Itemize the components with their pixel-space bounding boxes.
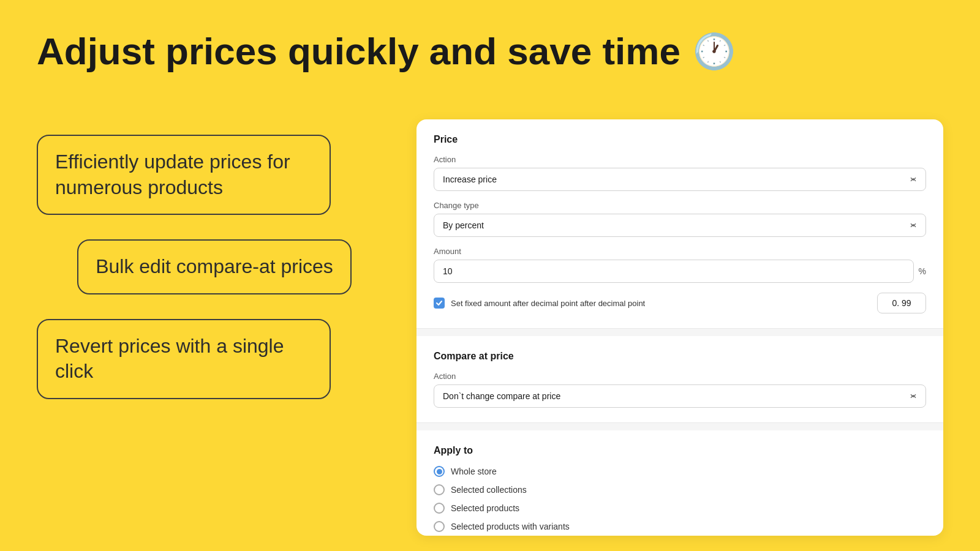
radio-selected-collections-label: Selected collections <box>451 485 527 495</box>
right-panel: Price Action Increase price Change type … <box>417 0 943 551</box>
feature-box-2: Bulk edit compare-at prices <box>77 239 352 294</box>
radio-whole-store-label: Whole store <box>451 467 497 476</box>
change-type-label: Change type <box>434 201 926 210</box>
compare-section-title: Compare at price <box>434 351 926 362</box>
amount-input[interactable] <box>434 260 914 283</box>
price-section: Price Action Increase price Change type … <box>417 119 943 329</box>
page-header: Adjust prices quickly and save time 🕐 <box>37 31 943 72</box>
amount-input-row: % <box>434 260 926 283</box>
feature-box-3: Revert prices with a single click <box>37 319 331 399</box>
feature-2-text: Bulk edit compare-at prices <box>96 255 333 277</box>
action-label: Action <box>434 155 926 164</box>
feature-1-text: Efficiently update prices for numerous p… <box>55 151 290 198</box>
radio-selected-collections-button[interactable] <box>434 484 445 495</box>
radio-selected-products-variants-label: Selected products with variants <box>451 522 570 531</box>
apply-radio-group: Whole store Selected collections Selecte… <box>434 466 926 532</box>
clock-icon: 🕐 <box>693 31 736 72</box>
compare-section: Compare at price Action Don`t change com… <box>417 336 943 423</box>
decimal-checkbox[interactable] <box>434 298 445 309</box>
radio-whole-store[interactable]: Whole store <box>434 466 926 477</box>
radio-selected-products-label: Selected products <box>451 503 519 513</box>
price-section-title: Price <box>434 134 926 145</box>
feature-box-1: Efficiently update prices for numerous p… <box>37 135 331 215</box>
action-select[interactable]: Increase price <box>434 168 926 191</box>
decimal-checkbox-row: Set fixed amount after decimal point aft… <box>434 293 926 313</box>
apply-section-title: Apply to <box>434 445 926 456</box>
action-field-group: Action Increase price <box>434 155 926 191</box>
compare-action-field-group: Action Don`t change compare at price <box>434 372 926 408</box>
compare-action-select[interactable]: Don`t change compare at price <box>434 384 926 408</box>
radio-selected-products-variants-button[interactable] <box>434 521 445 532</box>
radio-selected-products[interactable]: Selected products <box>434 503 926 514</box>
section-divider-2 <box>417 423 943 430</box>
decimal-value-input[interactable] <box>877 293 926 313</box>
amount-unit: % <box>919 266 926 276</box>
compare-action-label: Action <box>434 372 926 381</box>
feature-3-text: Revert prices with a single click <box>55 335 284 383</box>
radio-selected-products-variants[interactable]: Selected products with variants <box>434 521 926 532</box>
left-panel: Efficiently update prices for numerous p… <box>37 0 380 551</box>
change-type-field-group: Change type By percent <box>434 201 926 237</box>
decimal-checkbox-label: Set fixed amount after decimal point aft… <box>451 299 871 308</box>
amount-label: Amount <box>434 247 926 256</box>
radio-selected-products-button[interactable] <box>434 503 445 514</box>
amount-field-group: Amount % <box>434 247 926 283</box>
radio-whole-store-inner <box>437 469 442 474</box>
apply-section: Apply to Whole store Selected collection… <box>417 430 943 536</box>
radio-selected-collections[interactable]: Selected collections <box>434 484 926 495</box>
radio-whole-store-button[interactable] <box>434 466 445 477</box>
form-card: Price Action Increase price Change type … <box>417 119 943 536</box>
section-divider-1 <box>417 329 943 336</box>
page-title: Adjust prices quickly and save time <box>37 31 680 72</box>
change-type-select[interactable]: By percent <box>434 214 926 237</box>
